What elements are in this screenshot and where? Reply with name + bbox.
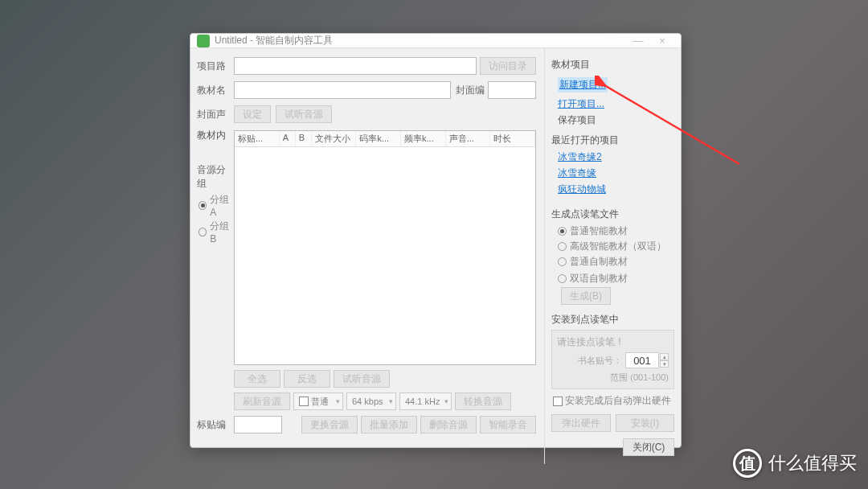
gen-opt-1[interactable]: 普通智能教材 — [558, 224, 674, 238]
convert-button[interactable]: 转换音源 — [455, 392, 511, 410]
book-id-input[interactable]: 001 — [625, 352, 659, 368]
range-label: 范围 (001-100) — [610, 372, 669, 384]
set-button[interactable]: 设定 — [234, 105, 271, 123]
name-input[interactable] — [234, 81, 451, 99]
bitrate-select[interactable]: 64 kbps — [346, 392, 396, 410]
open-project-link[interactable]: 打开项目... — [558, 97, 674, 111]
titlebar[interactable]: Untitled - 智能自制内容工具 — × — [190, 34, 681, 48]
window-title: Untitled - 智能自制内容工具 — [215, 34, 333, 47]
watermark-text: 什么值得买 — [768, 451, 857, 475]
invert-select-button[interactable]: 反选 — [284, 370, 330, 388]
batch-add-button[interactable]: 批量添加 — [361, 416, 417, 434]
left-panel: 项目路 访问目录 教材名 封面编 封面声 设定 试听音源 教材内 音源分组 — [190, 48, 544, 464]
new-project-link[interactable]: 新建项目... — [558, 77, 608, 92]
quality-checkbox[interactable] — [299, 397, 309, 406]
gen-opt-2[interactable]: 高级智能教材（双语） — [558, 240, 674, 253]
preview-button-2[interactable]: 试听音源 — [334, 370, 390, 388]
book-id-spinner[interactable]: ▴▾ — [660, 353, 669, 368]
sticker-input[interactable] — [234, 416, 282, 434]
sticker-label: 标贴编 — [197, 418, 234, 432]
cover-num-input[interactable] — [488, 81, 536, 99]
recent-link-1[interactable]: 冰雪奇缘 — [558, 166, 674, 180]
right-panel: 教材项目 新建项目... 打开项目... 保存项目 最近打开的项目 冰雪奇缘2 … — [544, 48, 681, 464]
refresh-button[interactable]: 刷新音源 — [234, 392, 290, 410]
eject-button[interactable]: 弹出硬件 — [551, 414, 611, 432]
recent-header: 最近打开的项目 — [551, 134, 674, 147]
project-header: 教材项目 — [551, 58, 674, 72]
group-b-radio[interactable]: 分组B — [199, 220, 234, 244]
gen-opt-4[interactable]: 双语自制教材 — [558, 272, 628, 286]
generate-button[interactable]: 生成(B) — [561, 287, 611, 305]
group-label: 音源分组 — [197, 163, 234, 191]
path-label: 项目路 — [197, 60, 234, 73]
cover-sound-label: 封面声 — [197, 108, 234, 121]
close-button[interactable]: × — [650, 35, 674, 47]
smart-record-button[interactable]: 智能录音 — [480, 416, 536, 434]
close-app-button[interactable]: 关闭(C) — [623, 438, 674, 456]
install-box: 请连接点读笔！ 书名贴号： 001 ▴▾ 范围 (001-100) — [551, 330, 674, 389]
watermark: 值 什么值得买 — [733, 449, 857, 478]
book-id-label: 书名贴号： — [578, 355, 622, 367]
select-all-button[interactable]: 全选 — [234, 370, 280, 388]
name-label: 教材名 — [197, 84, 234, 97]
browse-button[interactable]: 访问目录 — [480, 57, 536, 75]
replace-button[interactable]: 更换音源 — [301, 416, 358, 434]
delete-button[interactable]: 删除音源 — [420, 416, 477, 434]
recent-link-2[interactable]: 疯狂动物城 — [558, 183, 674, 196]
recent-link-0[interactable]: 冰雪奇缘2 — [558, 150, 674, 164]
gen-opt-3[interactable]: 普通自制教材 — [558, 255, 674, 269]
path-input[interactable] — [234, 57, 477, 75]
save-project-text: 保存项目 — [558, 113, 674, 127]
install-header: 安装到点读笔中 — [551, 313, 674, 327]
content-label: 教材内 — [197, 129, 234, 142]
app-window: Untitled - 智能自制内容工具 — × 项目路 访问目录 教材名 封面编… — [190, 33, 682, 448]
watermark-icon: 值 — [733, 449, 762, 478]
install-button[interactable]: 安装(I) — [616, 414, 675, 432]
generate-header: 生成点读笔文件 — [551, 208, 674, 221]
content-table[interactable]: 标贴... A B 文件大小 码率k... 频率k... 声音... 时长 — [234, 130, 536, 365]
freq-select[interactable]: 44.1 kHz — [399, 392, 452, 410]
group-a-radio[interactable]: 分组A — [199, 193, 234, 218]
auto-eject-checkbox[interactable]: 安装完成后自动弹出硬件 — [553, 394, 674, 408]
quality-select[interactable]: 普通 — [293, 392, 343, 410]
connect-hint: 请连接点读笔！ — [557, 335, 669, 349]
table-header: 标贴... A B 文件大小 码率k... 频率k... 声音... 时长 — [235, 131, 535, 147]
preview-sound-button[interactable]: 试听音源 — [276, 105, 332, 123]
app-icon — [197, 35, 210, 47]
cover-num-label: 封面编 — [451, 84, 488, 97]
minimize-button[interactable]: — — [626, 35, 650, 47]
